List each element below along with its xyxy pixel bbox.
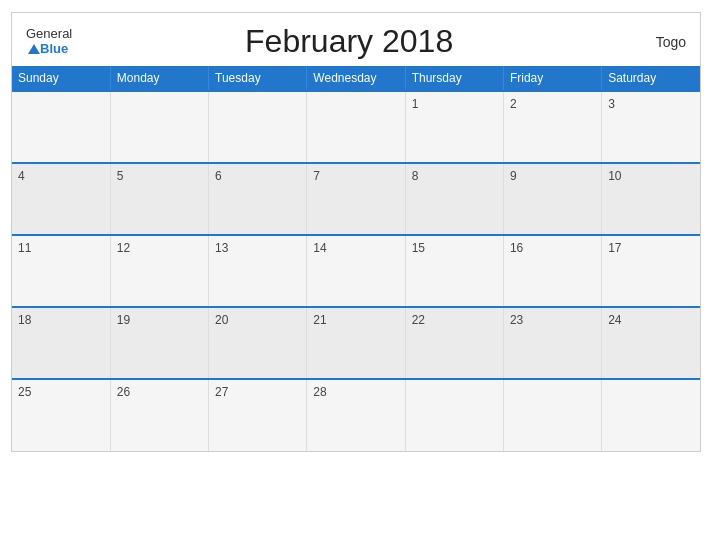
calendar-day-cell: 10 [602, 163, 700, 235]
month-title: February 2018 [72, 23, 626, 60]
header-friday: Friday [503, 66, 601, 91]
calendar-day-cell: 6 [209, 163, 307, 235]
day-number: 27 [215, 385, 228, 399]
calendar-day-cell: 26 [110, 379, 208, 451]
calendar-day-cell: 18 [12, 307, 110, 379]
day-number: 15 [412, 241, 425, 255]
header-sunday: Sunday [12, 66, 110, 91]
day-number: 1 [412, 97, 419, 111]
calendar-day-cell: 25 [12, 379, 110, 451]
calendar-day-cell: 19 [110, 307, 208, 379]
day-number: 14 [313, 241, 326, 255]
calendar-day-cell [405, 379, 503, 451]
calendar-day-cell: 12 [110, 235, 208, 307]
calendar-day-cell: 27 [209, 379, 307, 451]
calendar-day-cell: 2 [503, 91, 601, 163]
day-number: 24 [608, 313, 621, 327]
calendar-day-cell: 14 [307, 235, 405, 307]
day-number: 2 [510, 97, 517, 111]
calendar-day-cell: 15 [405, 235, 503, 307]
day-number: 18 [18, 313, 31, 327]
day-number: 22 [412, 313, 425, 327]
calendar-day-cell: 24 [602, 307, 700, 379]
calendar-day-cell [503, 379, 601, 451]
calendar-day-cell: 13 [209, 235, 307, 307]
calendar-day-cell: 21 [307, 307, 405, 379]
logo-general-text: General [26, 27, 72, 41]
day-number: 25 [18, 385, 31, 399]
header-wednesday: Wednesday [307, 66, 405, 91]
country-label: Togo [626, 34, 686, 50]
logo-blue-text: Blue [40, 42, 68, 56]
calendar-day-cell: 11 [12, 235, 110, 307]
day-number: 28 [313, 385, 326, 399]
calendar-body: 1234567891011121314151617181920212223242… [12, 91, 700, 451]
day-number: 12 [117, 241, 130, 255]
logo: General Blue [26, 27, 72, 56]
calendar-day-cell: 16 [503, 235, 601, 307]
day-number: 6 [215, 169, 222, 183]
calendar-day-cell: 17 [602, 235, 700, 307]
calendar-day-cell: 3 [602, 91, 700, 163]
day-number: 9 [510, 169, 517, 183]
day-number: 26 [117, 385, 130, 399]
calendar-week-row: 123 [12, 91, 700, 163]
calendar-week-row: 18192021222324 [12, 307, 700, 379]
weekday-header-row: Sunday Monday Tuesday Wednesday Thursday… [12, 66, 700, 91]
day-number: 21 [313, 313, 326, 327]
calendar-container: General Blue February 2018 Togo Sunday M… [11, 12, 701, 452]
calendar-day-cell: 20 [209, 307, 307, 379]
calendar-day-cell: 1 [405, 91, 503, 163]
header-saturday: Saturday [602, 66, 700, 91]
calendar-day-cell: 5 [110, 163, 208, 235]
header-monday: Monday [110, 66, 208, 91]
calendar-table: Sunday Monday Tuesday Wednesday Thursday… [12, 66, 700, 451]
day-number: 19 [117, 313, 130, 327]
calendar-header: General Blue February 2018 Togo [12, 13, 700, 66]
day-number: 7 [313, 169, 320, 183]
header-tuesday: Tuesday [209, 66, 307, 91]
day-number: 13 [215, 241, 228, 255]
calendar-week-row: 45678910 [12, 163, 700, 235]
day-number: 8 [412, 169, 419, 183]
calendar-week-row: 11121314151617 [12, 235, 700, 307]
header-thursday: Thursday [405, 66, 503, 91]
logo-triangle-icon [28, 44, 40, 54]
day-number: 23 [510, 313, 523, 327]
calendar-day-cell: 22 [405, 307, 503, 379]
calendar-day-cell: 7 [307, 163, 405, 235]
calendar-day-cell: 9 [503, 163, 601, 235]
day-number: 20 [215, 313, 228, 327]
day-number: 17 [608, 241, 621, 255]
day-number: 11 [18, 241, 31, 255]
calendar-day-cell: 4 [12, 163, 110, 235]
day-number: 5 [117, 169, 124, 183]
day-number: 3 [608, 97, 615, 111]
calendar-day-cell: 8 [405, 163, 503, 235]
day-number: 10 [608, 169, 621, 183]
day-number: 16 [510, 241, 523, 255]
calendar-day-cell [110, 91, 208, 163]
calendar-day-cell [307, 91, 405, 163]
calendar-day-cell [602, 379, 700, 451]
day-number: 4 [18, 169, 25, 183]
calendar-day-cell [209, 91, 307, 163]
calendar-day-cell: 28 [307, 379, 405, 451]
calendar-day-cell: 23 [503, 307, 601, 379]
calendar-day-cell [12, 91, 110, 163]
calendar-week-row: 25262728 [12, 379, 700, 451]
